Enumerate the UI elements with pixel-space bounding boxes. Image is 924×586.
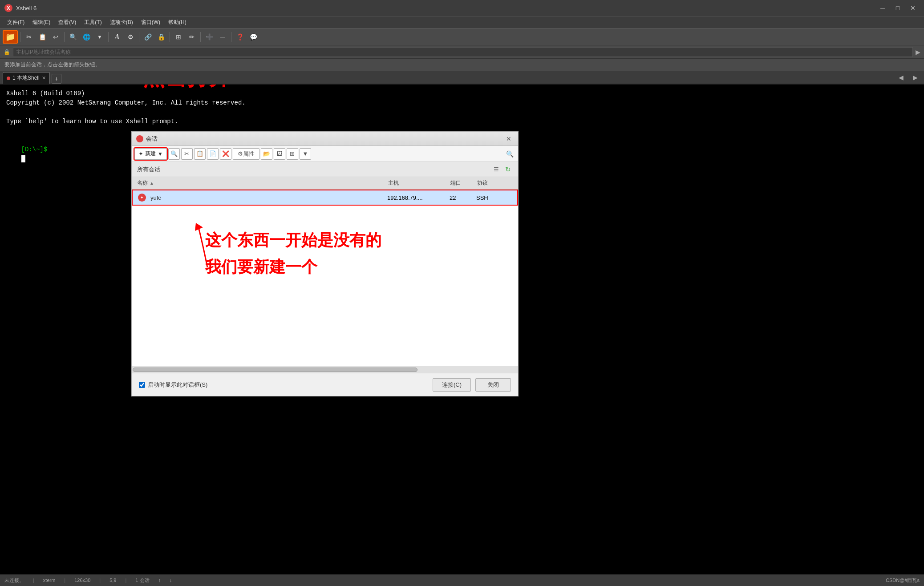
dialog-title-bar: 会话 ✕ [132,132,518,146]
col-header-name[interactable]: 名称 ▲ [137,179,388,187]
filter-icon-btn-1[interactable]: ☰ [491,165,501,174]
address-input[interactable] [13,47,913,57]
status-pos: 5,9 [109,578,116,583]
toolbar-sep-6 [200,32,201,42]
info-bar: 要添加当前会话，点击左侧的箭头按钮。 [0,59,924,71]
toolbar-grid-button[interactable]: ⊞ [172,31,185,43]
status-size: 126x30 [74,578,90,583]
dialog-paste-btn[interactable]: 📄 [207,148,219,160]
app-title: Xshell 6 [16,5,872,12]
dialog-delete-btn[interactable]: ❌ [220,148,231,160]
toolbar-help-button[interactable]: ❓ [234,31,246,43]
dialog-close-button[interactable]: ✕ [504,134,514,144]
terminal-line-3 [6,108,918,117]
toolbar-back-button[interactable]: ↩ [49,31,62,43]
toolbar-sep-1 [20,32,20,42]
new-session-dropdown-icon: ▼ [158,151,163,157]
session-host-col: 192.168.79.... [387,194,450,201]
col-header-host[interactable]: 主机 [388,179,450,187]
dialog-footer: 启动时显示此对话框(S) 连接(C) 关闭 [132,373,518,396]
dialog-copy-btn[interactable]: 📋 [194,148,206,160]
col-header-protocol[interactable]: 协议 [477,179,513,187]
svg-marker-1 [195,223,203,231]
menu-file[interactable]: 文件(F) [4,17,28,28]
terminal-line-4: Type `help' to learn how to use Xshell p… [6,117,918,126]
maximize-button[interactable]: □ [891,3,904,13]
tab-label: 1 本地Shell [12,74,40,82]
startup-checkbox-label: 启动时显示此对话框(S) [148,381,207,389]
status-bar: 未连接。 | xterm | 126x30 | 5,9 | 1 会话 ↑ ↓ C… [0,574,924,586]
session-port-col: 22 [450,194,476,201]
new-session-toolbar-button[interactable]: 📁 [3,30,18,44]
tab-scroll-right-button[interactable]: ▶ [909,71,921,84]
toolbar-minus-button[interactable]: ─ [216,31,229,43]
dialog-annotation-line2: 我们要新建一个 [205,256,317,278]
dialog-connect-button[interactable]: 连接(C) [433,378,471,392]
filter-refresh-btn[interactable]: ↻ [503,165,513,174]
new-session-label: 新建 [145,150,156,158]
toolbar-copy-button[interactable]: 📋 [36,31,49,43]
terminal-prompt: [D:\~]$ [21,146,51,153]
tab-scroll-left-button[interactable]: ◀ [895,71,907,84]
dialog-footer-close-button[interactable]: 关闭 [475,378,511,392]
add-tab-button[interactable]: + [52,74,61,84]
menu-edit[interactable]: 编辑(E) [29,17,54,28]
status-up-icon: ↑ [158,578,161,583]
terminal-line-2: Copyright (c) 2002 NetSarang Computer, I… [6,98,918,108]
toolbar-font-button[interactable]: A [111,31,123,43]
toolbar-sep-4 [139,32,139,42]
toolbar-search-button[interactable]: 🔍 [67,31,79,43]
dialog-cut-btn[interactable]: ✂ [181,148,193,160]
new-session-icon: ✦ [138,150,143,157]
dialog-image-btn[interactable]: 🖼 [274,148,285,160]
toolbar-sep-5 [170,32,170,42]
status-sessions: 1 会话 [135,577,149,584]
toolbar-plugin-button[interactable]: ⚙ [124,31,137,43]
dialog-refresh-btn[interactable]: 🔍 [168,148,180,160]
toolbar-drop1-button[interactable]: ▼ [93,31,106,43]
dialog-grid-btn[interactable]: ⊞ [287,148,298,160]
toolbar-chat-button[interactable]: 💬 [247,31,259,43]
session-filter-label: 所有会话 [137,166,160,174]
toolbar-sep-7 [231,32,231,42]
dialog-props-btn[interactable]: ⚙属性 [233,148,259,160]
app-icon: X [4,4,12,12]
toolbar-cut-button[interactable]: ✂ [23,31,35,43]
menu-view[interactable]: 查看(V) [55,17,80,28]
session-row-yufc[interactable]: ✦ yufc 192.168.79.... 22 SSH [132,190,518,206]
main-toolbar: 📁 ✂ 📋 ↩ 🔍 🌐 ▼ A ⚙ 🔗 🔒 ⊞ ✏ ➕ ─ ❓ 💬 [0,28,924,45]
menu-tabs[interactable]: 选项卡(B) [106,17,137,28]
minimize-button[interactable]: ─ [876,3,889,13]
info-bar-text: 要添加当前会话，点击左侧的箭头按钮。 [4,61,101,69]
toolbar-edit-button[interactable]: ✏ [186,31,198,43]
close-window-button[interactable]: ✕ [906,3,920,13]
menu-window[interactable]: 窗口(W) [138,17,164,28]
session-filter-icons: ☰ ↻ [491,165,513,174]
dialog-title-icon [136,135,143,142]
session-row-icon: ✦ [138,194,146,202]
dialog-grid-dropdown-btn[interactable]: ▼ [300,148,311,160]
menu-tools[interactable]: 工具(T) [81,17,105,28]
dialog-title-text: 会话 [146,135,501,143]
annotation-arrow-svg [91,85,162,87]
status-connection: 未连接。 [4,577,24,584]
startup-checkbox[interactable] [139,382,145,388]
dialog-search-button[interactable]: 🔍 [504,148,515,160]
dialog-folder-btn[interactable]: 📂 [261,148,272,160]
toolbar-network-button[interactable]: 🌐 [80,31,93,43]
col-header-port[interactable]: 端口 [450,179,477,187]
session-protocol-col: SSH [476,194,512,201]
dialog-new-session-button[interactable]: ✦ 新建 ▼ [134,148,167,160]
toolbar-add-button[interactable]: ➕ [203,31,215,43]
scrollbar-thumb[interactable] [133,368,417,372]
address-arrow-icon: ▶ [916,48,920,56]
toolbar-connect-button[interactable]: 🔗 [142,31,154,43]
toolbar-lock-button[interactable]: 🔒 [155,31,167,43]
session-name-col: ✦ yufc [138,194,387,202]
address-bar: 🔒 ▶ [0,45,924,59]
menu-help[interactable]: 帮助(H) [165,17,190,28]
session-scrollbar[interactable] [132,366,518,373]
tab-local-shell[interactable]: 1 本地Shell ✕ [3,72,50,84]
window-controls: ─ □ ✕ [876,3,920,13]
tab-close-button[interactable]: ✕ [42,75,46,81]
